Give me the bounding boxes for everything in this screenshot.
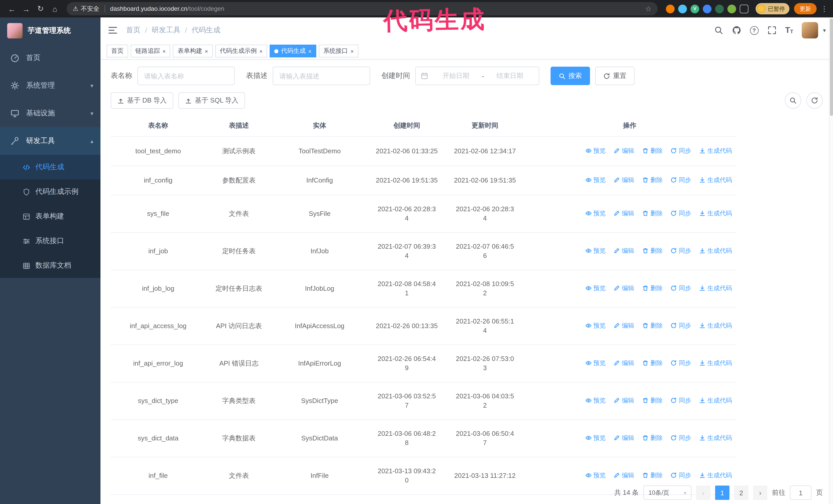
table-name-input[interactable] — [137, 67, 235, 85]
edit-link[interactable]: 编辑 — [614, 284, 634, 293]
browser-home-icon[interactable]: ⌂ — [48, 2, 62, 16]
generate-code-link[interactable]: 生成代码 — [699, 246, 732, 255]
sync-link[interactable]: 同步 — [671, 175, 691, 185]
extension-people-icon[interactable] — [703, 4, 712, 13]
tab-home[interactable]: 首页 — [106, 45, 128, 57]
page-button-2[interactable]: 2 — [734, 485, 748, 500]
edit-link[interactable]: 编辑 — [614, 433, 634, 442]
preview-link[interactable]: 预览 — [585, 321, 606, 330]
next-page-button[interactable]: › — [753, 485, 767, 500]
generate-code-link[interactable]: 生成代码 — [699, 175, 732, 185]
delete-link[interactable]: 删除 — [642, 209, 663, 218]
extension-teal-icon[interactable] — [715, 4, 724, 13]
preview-link[interactable]: 预览 — [585, 175, 606, 185]
header-search-icon[interactable] — [714, 26, 723, 35]
extension-blue-drop-icon[interactable] — [678, 4, 687, 13]
page-button-1[interactable]: 1 — [715, 485, 730, 500]
browser-forward-icon[interactable]: → — [20, 2, 33, 16]
delete-link[interactable]: 删除 — [642, 396, 663, 405]
close-icon[interactable]: × — [308, 48, 312, 54]
generate-code-link[interactable]: 生成代码 — [699, 433, 732, 442]
browser-reload-icon[interactable]: ↻ — [34, 2, 47, 16]
table-desc-input[interactable] — [273, 67, 370, 85]
extensions-puzzle-icon[interactable] — [740, 4, 748, 13]
sidebar-item-infra[interactable]: 基础设施 ▾ — [0, 99, 100, 127]
preview-link[interactable]: 预览 — [585, 146, 606, 155]
sync-link[interactable]: 同步 — [671, 146, 691, 155]
sidebar-item-system-api[interactable]: 系统接口 — [0, 229, 100, 253]
create-time-range-picker[interactable]: 开始日期 - 结束日期 — [415, 67, 539, 85]
delete-link[interactable]: 删除 — [642, 433, 663, 442]
delete-link[interactable]: 删除 — [642, 246, 663, 255]
sync-link[interactable]: 同步 — [671, 321, 691, 330]
tab-system-api[interactable]: 系统接口 × — [319, 45, 359, 57]
preview-link[interactable]: 预览 — [585, 396, 606, 405]
sync-link[interactable]: 同步 — [671, 396, 691, 405]
sidebar-item-devtools[interactable]: 研发工具 ▴ — [0, 127, 100, 155]
generate-code-link[interactable]: 生成代码 — [699, 284, 732, 293]
import-sql-button[interactable]: 基于 SQL 导入 — [178, 92, 245, 109]
tab-codegen[interactable]: 代码生成 × — [270, 45, 316, 57]
search-button[interactable]: 搜索 — [551, 67, 590, 85]
delete-link[interactable]: 删除 — [642, 175, 663, 185]
browser-back-icon[interactable]: ← — [5, 2, 19, 16]
breadcrumb-home[interactable]: 首页 — [126, 26, 140, 35]
close-icon[interactable]: × — [205, 48, 208, 54]
sidebar-item-form-builder[interactable]: 表单构建 — [0, 204, 100, 229]
generate-code-link[interactable]: 生成代码 — [699, 358, 732, 368]
edit-link[interactable]: 编辑 — [614, 209, 634, 218]
generate-code-link[interactable]: 生成代码 — [699, 209, 732, 218]
generate-code-link[interactable]: 生成代码 — [699, 321, 732, 330]
goto-page-input[interactable] — [790, 485, 811, 500]
reset-button[interactable]: 重置 — [595, 67, 635, 85]
delete-link[interactable]: 删除 — [642, 146, 663, 155]
edit-link[interactable]: 编辑 — [614, 246, 634, 255]
sidebar-item-home[interactable]: 首页 — [0, 44, 100, 72]
sync-link[interactable]: 同步 — [671, 284, 691, 293]
bookmark-star-icon[interactable]: ☆ — [645, 5, 651, 13]
refresh-table-button[interactable] — [806, 92, 823, 109]
tab-tracing[interactable]: 链路追踪 × — [131, 45, 170, 57]
avatar-caret-icon[interactable]: ▾ — [823, 27, 826, 33]
edit-link[interactable]: 编辑 — [614, 471, 634, 480]
profile-paused-badge[interactable]: 已暂停 — [756, 3, 789, 14]
generate-code-link[interactable]: 生成代码 — [699, 146, 732, 155]
preview-link[interactable]: 预览 — [585, 246, 606, 255]
user-avatar[interactable] — [802, 22, 818, 39]
delete-link[interactable]: 删除 — [642, 358, 663, 368]
tab-codegen-example[interactable]: 代码生成示例 × — [215, 45, 267, 57]
extension-orange-icon[interactable] — [666, 4, 674, 13]
close-icon[interactable]: × — [259, 48, 263, 54]
sync-link[interactable]: 同步 — [671, 209, 691, 218]
delete-link[interactable]: 删除 — [642, 321, 663, 330]
generate-code-link[interactable]: 生成代码 — [699, 471, 732, 480]
edit-link[interactable]: 编辑 — [614, 321, 634, 330]
sidebar-toggle-icon[interactable] — [108, 25, 118, 35]
preview-link[interactable]: 预览 — [585, 471, 606, 480]
delete-link[interactable]: 删除 — [642, 284, 663, 293]
sidebar-item-codegen-example[interactable]: 代码生成示例 — [0, 179, 100, 204]
page-size-select[interactable]: 10条/页 ▾ — [643, 485, 691, 500]
preview-link[interactable]: 预览 — [585, 209, 606, 218]
sidebar-item-system[interactable]: 系统管理 ▾ — [0, 72, 100, 99]
preview-link[interactable]: 预览 — [585, 358, 606, 368]
sync-link[interactable]: 同步 — [671, 433, 691, 442]
generate-code-link[interactable]: 生成代码 — [699, 396, 732, 405]
sync-link[interactable]: 同步 — [671, 358, 691, 368]
browser-update-button[interactable]: 更新 — [794, 3, 816, 14]
toggle-search-button[interactable] — [785, 92, 801, 109]
address-bar[interactable]: ⚠ 不安全 dashboard.yudao.iocoder.cn /tool/c… — [67, 2, 658, 16]
extension-green-icon[interactable] — [728, 4, 736, 13]
font-size-icon[interactable]: TT — [785, 26, 793, 34]
sidebar-item-db-doc[interactable]: 数据库文档 — [0, 253, 100, 278]
prev-page-button[interactable]: ‹ — [696, 485, 711, 500]
edit-link[interactable]: 编辑 — [614, 396, 634, 405]
sync-link[interactable]: 同步 — [671, 471, 691, 480]
edit-link[interactable]: 编辑 — [614, 146, 634, 155]
close-icon[interactable]: × — [163, 48, 166, 54]
delete-link[interactable]: 删除 — [642, 471, 663, 480]
help-icon[interactable]: ? — [750, 26, 758, 34]
edit-link[interactable]: 编辑 — [614, 358, 634, 368]
sidebar-item-codegen[interactable]: 代码生成 — [0, 155, 100, 179]
preview-link[interactable]: 预览 — [585, 284, 606, 293]
